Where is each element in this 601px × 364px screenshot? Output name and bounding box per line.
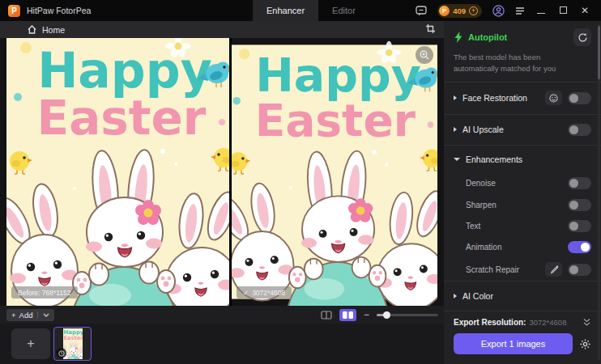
ai-upscale-toggle[interactable]: [568, 124, 591, 136]
image-thumbnail[interactable]: [53, 327, 92, 361]
ai-upscale-label: AI Upscale: [462, 125, 504, 134]
enhancement-row-scratch-repair: Scratch Repair: [444, 258, 601, 281]
face-restoration-row[interactable]: Face Restoration: [444, 82, 601, 114]
export-resolution-value: 3072*4608: [529, 318, 566, 327]
main-tabs: Enhancer Editor: [253, 0, 369, 21]
zoom-preview-icon[interactable]: [416, 46, 433, 64]
face-restoration-toggle[interactable]: [568, 92, 591, 104]
credits-logo-icon: P: [439, 6, 450, 16]
home-icon: [28, 25, 36, 34]
titlebar: P HitPaw FotorPea Enhancer Editor P 409 …: [0, 0, 601, 21]
double-chevron-down-icon[interactable]: [582, 318, 591, 327]
maximize-button[interactable]: [557, 5, 569, 16]
export-resolution-label: Export Resolution:: [454, 318, 526, 327]
autopilot-description: The best model has been automatically ma…: [454, 52, 583, 74]
autopilot-bolt-icon: [454, 32, 463, 43]
credits-count: 409: [453, 6, 466, 15]
before-image: [6, 38, 229, 306]
account-icon[interactable]: [492, 5, 505, 17]
sidebar: Autopilot The best model has been automa…: [444, 21, 601, 364]
face-restoration-label: Face Restoration: [462, 93, 527, 103]
minimize-button[interactable]: [535, 5, 547, 16]
view-controls: − +: [321, 306, 451, 324]
add-image-tile[interactable]: +: [11, 328, 50, 359]
after-image: [232, 38, 443, 306]
add-image-button[interactable]: + Add: [6, 309, 54, 321]
bottom-control-bar: + Add − +: [0, 306, 444, 324]
enhancement-row-sharpen: Sharpen: [444, 194, 601, 215]
tab-enhancer[interactable]: Enhancer: [253, 0, 318, 21]
zoom-slider-handle[interactable]: [383, 311, 390, 319]
manual-repair-icon[interactable]: [545, 262, 562, 277]
collapse-triangle-icon[interactable]: [454, 158, 460, 161]
comparison-canvas: Before: 768*1152 ✓ 3072*4608: [0, 38, 444, 306]
crop-icon[interactable]: [425, 23, 436, 34]
denoise-toggle[interactable]: [568, 177, 591, 189]
zoom-slider[interactable]: [377, 311, 438, 319]
ai-color-label: AI Color: [462, 291, 493, 301]
expand-triangle-icon[interactable]: [454, 95, 457, 100]
app-window: P HitPaw FotorPea Enhancer Editor P 409 …: [0, 0, 601, 364]
expand-triangle-icon[interactable]: [454, 294, 457, 298]
autopilot-title: Autopilot: [468, 32, 507, 42]
enhancement-row-text: Text: [444, 215, 601, 236]
enhancements-header[interactable]: Enhancements: [444, 146, 601, 173]
chevron-down-icon[interactable]: [43, 313, 49, 317]
credits-badge[interactable]: P 409 +: [437, 4, 482, 18]
expand-triangle-icon[interactable]: [454, 127, 457, 132]
enhancement-row-animation: Animation: [444, 237, 601, 258]
after-image-pane[interactable]: ✓ 3072*4608: [232, 38, 443, 306]
app-title: HitPaw FotorPea: [27, 6, 91, 15]
workspace: Home Before: 768*1152 ✓ 3072*4608: [0, 21, 444, 364]
enhancement-row-denoise: Denoise: [444, 173, 601, 194]
before-resolution-badge: Before: 768*1152: [11, 286, 78, 298]
menu-icon[interactable]: [515, 7, 525, 15]
filmstrip: +: [0, 324, 444, 364]
split-view-icon[interactable]: [321, 311, 332, 320]
settings-gear-icon[interactable]: [579, 338, 591, 350]
tab-editor[interactable]: Editor: [318, 0, 369, 21]
sharpen-toggle[interactable]: [568, 199, 591, 211]
before-image-pane[interactable]: Before: 768*1152: [6, 38, 229, 306]
side-by-side-view-icon[interactable]: [339, 309, 356, 321]
refresh-button[interactable]: [573, 28, 591, 46]
check-icon: ✓: [243, 289, 249, 297]
autopilot-section: Autopilot The best model has been automa…: [444, 21, 601, 82]
export-section: Export Resolution: 3072*4608 Export 1 im…: [444, 311, 601, 364]
after-resolution-badge: ✓ 3072*4608: [237, 286, 292, 298]
home-label: Home: [42, 25, 65, 35]
plus-icon: +: [11, 311, 16, 320]
add-credits-icon[interactable]: +: [469, 6, 478, 15]
home-button[interactable]: Home: [28, 25, 65, 35]
export-button[interactable]: Export 1 images: [454, 333, 573, 354]
ai-upscale-row[interactable]: AI Upscale: [444, 115, 601, 145]
text-toggle[interactable]: [568, 220, 591, 232]
animation-toggle[interactable]: [568, 241, 591, 253]
thumbnail-status-icon: [56, 348, 66, 358]
ai-color-row[interactable]: AI Color: [444, 281, 601, 311]
enhancements-label: Enhancements: [466, 154, 522, 164]
scratch-repair-toggle[interactable]: [568, 264, 591, 276]
face-preview-icon[interactable]: [545, 91, 562, 105]
breadcrumb-bar: Home: [0, 21, 444, 38]
zoom-out-button[interactable]: −: [364, 310, 369, 320]
sidebar-scrollbar-thumb[interactable]: [598, 26, 600, 79]
add-label: Add: [19, 311, 33, 320]
close-button[interactable]: ✕: [579, 5, 590, 16]
feedback-icon[interactable]: [416, 6, 427, 16]
app-logo-icon: P: [8, 5, 20, 17]
